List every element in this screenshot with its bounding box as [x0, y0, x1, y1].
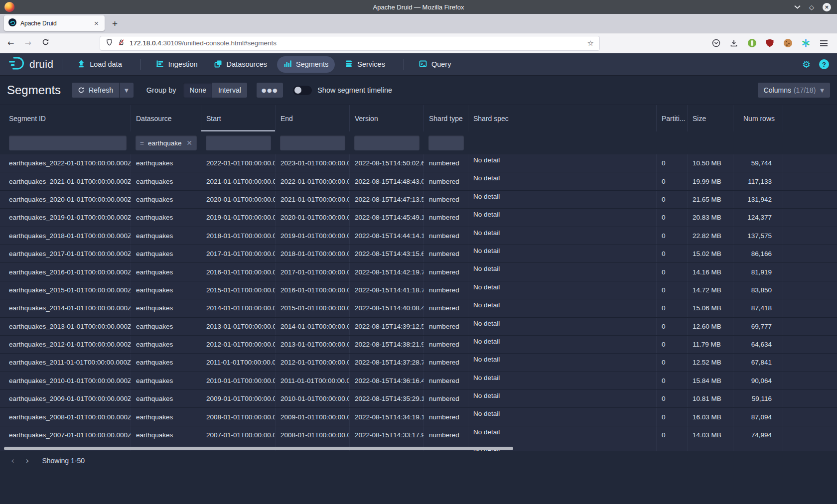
downloads-icon[interactable] — [729, 39, 738, 48]
table-row[interactable]: earthquakes_2019-01-01T00:00:00.000Z_2..… — [0, 209, 837, 227]
version-filter-input[interactable] — [354, 135, 419, 150]
cell-size: 20.83 MB — [688, 209, 733, 226]
new-tab-button[interactable]: + — [112, 19, 118, 28]
table-row[interactable]: earthquakes_2014-01-01T00:00:00.000Z_2..… — [0, 299, 837, 317]
ublock-icon[interactable] — [765, 39, 774, 48]
column-header-shard-spec[interactable]: Shard spec — [468, 105, 657, 131]
cell-start: 2022-01-01T00:00:00.0... — [201, 154, 276, 172]
settings-gear-icon[interactable]: ⚙ — [802, 60, 811, 69]
cookie-extension-icon[interactable] — [783, 39, 792, 48]
cell-segment-id[interactable]: earthquakes_2007-01-01T00:00:00.000Z_2..… — [0, 426, 131, 444]
reload-button[interactable] — [42, 38, 49, 48]
start-filter-input[interactable] — [206, 135, 271, 150]
table-row[interactable]: earthquakes_2022-01-01T00:00:00.000Z_2..… — [0, 154, 837, 172]
cell-segment-id[interactable]: earthquakes_2012-01-01T00:00:00.000Z_2..… — [0, 336, 131, 353]
datasource-filter-input[interactable]: = earthquake ✕ — [136, 135, 197, 150]
table-row[interactable]: earthquakes_2016-01-01T00:00:00.000Z_2..… — [0, 263, 837, 281]
window-minimize-icon[interactable] — [794, 5, 801, 9]
cell-segment-id[interactable]: earthquakes_2009-01-01T00:00:00.000Z_2..… — [0, 390, 131, 407]
druid-brand[interactable]: druid — [8, 56, 53, 73]
column-header-datasource[interactable]: Datasource — [131, 105, 201, 131]
nav-item-datasources[interactable]: Datasources — [208, 56, 274, 73]
refresh-button[interactable]: Refresh — [72, 83, 119, 98]
cell-segment-id[interactable]: earthquakes_2017-01-01T00:00:00.000Z_2..… — [0, 245, 131, 262]
cell-segment-id[interactable]: earthquakes_2022-01-01T00:00:00.000Z_2..… — [0, 154, 131, 172]
nav-item-load-data[interactable]: Load data — [71, 56, 129, 73]
horizontal-scrollbar-thumb[interactable] — [4, 447, 513, 450]
cell-shard-spec: No detail — [468, 245, 657, 262]
back-button[interactable]: ← — [7, 38, 14, 48]
segment-id-filter-input[interactable] — [9, 135, 127, 150]
load-data-icon — [77, 60, 85, 69]
cell-segment-id[interactable]: earthquakes_2011-01-01T00:00:00.000Z_2..… — [0, 354, 131, 371]
cell-datasource: earthquakes — [131, 154, 201, 172]
cell-end: 2016-01-01T00:00:00.0... — [276, 281, 350, 299]
table-row[interactable]: earthquakes_2009-01-01T00:00:00.000Z_2..… — [0, 390, 837, 408]
table-row[interactable]: earthquakes_2011-01-01T00:00:00.000Z_2..… — [0, 354, 837, 372]
nav-item-services[interactable]: Services — [338, 56, 392, 73]
help-icon[interactable]: ? — [819, 59, 829, 69]
table-row[interactable]: earthquakes_2018-01-01T00:00:00.000Z_2..… — [0, 227, 837, 245]
column-header-segment-id[interactable]: Segment ID — [0, 105, 131, 131]
bookmark-star-icon[interactable]: ☆ — [587, 39, 594, 48]
table-row[interactable]: earthquakes_2020-01-01T00:00:00.000Z_2..… — [0, 191, 837, 209]
next-page-button[interactable]: › — [22, 455, 32, 466]
nav-item-segments[interactable]: Segments — [277, 56, 335, 73]
tab-close-icon[interactable]: × — [93, 19, 100, 27]
table-row[interactable]: earthquakes_2021-01-01T00:00:00.000Z_2..… — [0, 172, 837, 190]
table-row[interactable]: earthquakes_2013-01-01T00:00:00.000Z_2..… — [0, 318, 837, 336]
table-row[interactable]: earthquakes_2017-01-01T00:00:00.000Z_2..… — [0, 245, 837, 263]
cell-segment-id[interactable]: earthquakes_2021-01-01T00:00:00.000Z_2..… — [0, 172, 131, 190]
end-filter-input[interactable] — [280, 135, 345, 150]
table-row[interactable]: earthquakes_2007-01-01T00:00:00.000Z_2..… — [0, 426, 837, 444]
table-row[interactable]: earthquakes_2012-01-01T00:00:00.000Z_2..… — [0, 336, 837, 354]
shield-icon[interactable] — [106, 38, 113, 48]
column-header-start[interactable]: Start — [201, 105, 276, 131]
privacy-badger-icon[interactable] — [747, 39, 756, 48]
cell-partition: 0 — [657, 209, 688, 226]
nav-item-query[interactable]: Query — [413, 56, 458, 73]
insecure-lock-icon[interactable] — [118, 38, 125, 48]
cell-segment-id[interactable]: earthquakes_2010-01-01T00:00:00.000Z_2..… — [0, 372, 131, 389]
previous-page-button[interactable]: ‹ — [8, 455, 17, 466]
refresh-dropdown-button[interactable]: ▼ — [120, 83, 134, 98]
shard-type-filter-input[interactable] — [428, 135, 464, 150]
cell-start: 2009-01-01T00:00:00.0... — [201, 390, 276, 407]
filter-remove-icon[interactable]: ✕ — [186, 139, 192, 147]
table-row[interactable]: earthquakes_2015-01-01T00:00:00.000Z_2..… — [0, 281, 837, 299]
cell-segment-id[interactable]: earthquakes_2019-01-01T00:00:00.000Z_2..… — [0, 209, 131, 226]
pocket-icon[interactable] — [711, 39, 720, 48]
nav-item-ingestion[interactable]: Ingestion — [149, 56, 204, 73]
table-row[interactable]: earthquakes_2010-01-01T00:00:00.000Z_2..… — [0, 372, 837, 390]
cell-segment-id[interactable]: earthquakes_2013-01-01T00:00:00.000Z_2..… — [0, 318, 131, 335]
cell-segment-id[interactable]: earthquakes_2016-01-01T00:00:00.000Z_2..… — [0, 263, 131, 280]
asterisk-extension-icon[interactable] — [801, 39, 810, 48]
column-header-partition[interactable]: Partiti... — [657, 105, 688, 131]
cell-segment-id[interactable]: earthquakes_2008-01-01T00:00:00.000Z_2..… — [0, 408, 131, 425]
cell-segment-id[interactable]: earthquakes_2018-01-01T00:00:00.000Z_2..… — [0, 227, 131, 245]
cell-segment-id[interactable]: earthquakes_2020-01-01T00:00:00.000Z_2..… — [0, 191, 131, 208]
column-header-shard-type[interactable]: Shard type — [424, 105, 468, 131]
column-header-num-rows[interactable]: Num rows — [733, 105, 783, 131]
cell-size: 15.06 MB — [688, 299, 733, 317]
more-options-button[interactable]: ●●● — [257, 83, 283, 98]
cell-segment-id[interactable]: earthquakes_2015-01-01T00:00:00.000Z_2..… — [0, 281, 131, 299]
cell-shard-spec: No detail — [468, 426, 657, 444]
column-header-version[interactable]: Version — [350, 105, 424, 131]
cell-start: 2012-01-01T00:00:00.0... — [201, 336, 276, 353]
group-by-interval-button[interactable]: Interval — [212, 83, 247, 98]
group-by-none-button[interactable]: None — [183, 83, 212, 98]
column-header-size[interactable]: Size — [688, 105, 733, 131]
column-header-end[interactable]: End — [276, 105, 350, 131]
window-close-icon[interactable]: ✕ — [823, 3, 831, 11]
cell-filler — [783, 172, 837, 190]
browser-tab[interactable]: Apache Druid × — [4, 15, 105, 31]
table-row[interactable]: earthquakes_2008-01-01T00:00:00.000Z_2..… — [0, 408, 837, 426]
cell-segment-id[interactable]: earthquakes_2014-01-01T00:00:00.000Z_2..… — [0, 299, 131, 317]
url-bar[interactable]: 172.18.0.4:30109/unified-console.html#se… — [100, 36, 600, 51]
segment-timeline-toggle[interactable] — [293, 86, 312, 95]
columns-button[interactable]: Columns (17/18) ▼ — [758, 83, 830, 98]
forward-button[interactable]: → — [24, 38, 31, 48]
window-maximize-icon[interactable]: ◇ — [809, 4, 814, 10]
menu-icon[interactable] — [819, 39, 828, 48]
